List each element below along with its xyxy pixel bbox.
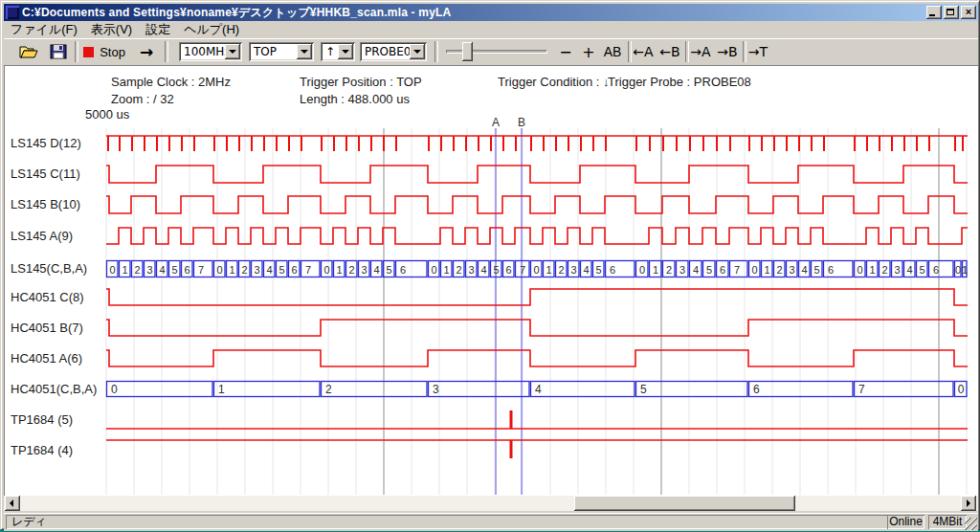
- stop-icon: [83, 47, 94, 57]
- app-icon[interactable]: [6, 6, 19, 19]
- goto-t-label: →T: [748, 44, 768, 59]
- trigger-condition-info: Trigger Condition : ↓: [498, 75, 610, 89]
- menu-bar: ファイル(F)表示(V)設定ヘルプ(H): [4, 21, 978, 38]
- save-button[interactable]: [46, 41, 71, 62]
- zoom-slider-handle[interactable]: [462, 42, 473, 61]
- scrollbar-thumb[interactable]: [574, 496, 795, 511]
- menu-item[interactable]: ファイル(F): [4, 20, 84, 39]
- zoom-ab-button[interactable]: AB: [601, 41, 624, 62]
- menu-item[interactable]: 表示(V): [84, 20, 139, 39]
- trigger-probe-info: Trigger Probe : PROBE08: [608, 75, 751, 89]
- set-marker-b-button[interactable]: →B: [716, 41, 739, 62]
- chevron-down-icon: [342, 50, 349, 54]
- resize-grip[interactable]: [965, 518, 977, 530]
- status-bar: レディ Online 4MBit: [4, 513, 978, 531]
- channel-label: LS145 A(9): [11, 229, 104, 244]
- trigger-position-value: TOP: [254, 45, 277, 58]
- channel-label: LS145(C,B,A): [11, 261, 104, 277]
- time-scale-label: 5000 us: [85, 107, 129, 122]
- maximize-icon: [947, 9, 954, 15]
- toolbar-separator: [434, 41, 438, 62]
- trigger-position-combo[interactable]: TOP: [249, 42, 314, 61]
- goto-trigger-button[interactable]: →T: [746, 41, 769, 62]
- zoom-out-button[interactable]: −: [557, 41, 574, 62]
- toolbar: Stop → 100MHz TOP ↑ PROBE00 − + AB ←A ←: [4, 38, 978, 65]
- channel-label: HC4051 A(6): [11, 351, 104, 366]
- minimize-button[interactable]: [926, 6, 942, 19]
- menu-item[interactable]: 設定: [139, 20, 177, 39]
- memory-size-badge: 4MBit: [928, 515, 967, 529]
- clock-combo-dropdown[interactable]: [225, 44, 240, 59]
- channel-label: LS145 D(12): [11, 136, 104, 151]
- chevron-down-icon: [301, 50, 308, 54]
- ab-label: AB: [604, 44, 622, 59]
- set-b-label: →B: [717, 44, 737, 59]
- channel-label: LS145 B(10): [11, 197, 104, 212]
- sample-clock-combo[interactable]: 100MHz: [179, 42, 242, 61]
- horizontal-scrollbar[interactable]: [4, 496, 978, 511]
- triangle-left-icon: [10, 499, 13, 507]
- waveform-client-area: [4, 65, 978, 496]
- zoom-in-button[interactable]: +: [580, 41, 597, 62]
- zoom-info: Zoom : / 32: [111, 92, 174, 106]
- channel-label: TP1684 (4): [11, 443, 104, 458]
- chevron-down-icon: [229, 50, 236, 54]
- chevron-down-icon: [413, 50, 421, 54]
- channel-label: HC4051 C(8): [11, 290, 104, 305]
- open-folder-icon: [19, 44, 38, 59]
- goto-marker-a-button[interactable]: ←A: [632, 41, 655, 62]
- sample-clock-value: 100MHz: [184, 45, 231, 58]
- trigger-probe-combo[interactable]: PROBE00: [360, 42, 427, 61]
- position-combo-dropdown[interactable]: [297, 44, 312, 59]
- channel-label: LS145 C(11): [11, 166, 104, 182]
- trigger-edge-combo[interactable]: ↑: [321, 42, 355, 61]
- floppy-disk-icon: [50, 44, 67, 59]
- set-marker-a-button[interactable]: →A: [689, 41, 712, 62]
- zoom-slider-track[interactable]: [446, 50, 547, 54]
- trigger-edge-value: ↑: [325, 45, 335, 58]
- close-button[interactable]: ×: [961, 6, 976, 19]
- probe-combo-dropdown[interactable]: [410, 44, 425, 59]
- window-title: C:¥Documents and Settings¥noname¥デスクトップ¥…: [22, 5, 451, 21]
- toolbar-separator: [165, 41, 168, 62]
- online-status-badge: Online: [887, 515, 924, 529]
- trigger-position-info: Trigger Position : TOP: [300, 75, 422, 89]
- goto-marker-b-button[interactable]: ←B: [658, 41, 681, 62]
- scroll-right-button[interactable]: [961, 496, 976, 511]
- stop-button[interactable]: Stop: [80, 41, 128, 62]
- minimize-icon: [929, 14, 935, 16]
- close-icon: ×: [966, 6, 971, 17]
- open-file-button[interactable]: [15, 41, 42, 62]
- sample-clock-info: Sample Clock : 2MHz: [111, 75, 231, 89]
- toolbar-separator: [75, 41, 78, 62]
- scroll-left-button[interactable]: [5, 496, 20, 511]
- title-bar[interactable]: C:¥Documents and Settings¥noname¥デスクトップ¥…: [4, 4, 978, 21]
- maximize-button[interactable]: [944, 6, 959, 19]
- status-message: レディ: [6, 515, 888, 529]
- channel-label: HC4051(C,B,A): [11, 382, 104, 397]
- plus-icon: +: [582, 43, 594, 61]
- edge-combo-dropdown[interactable]: [338, 44, 353, 59]
- stop-label: Stop: [100, 45, 125, 59]
- channel-label: HC4051 B(7): [11, 321, 104, 336]
- run-arrow-icon: →: [140, 42, 153, 61]
- app-window: C:¥Documents and Settings¥noname¥デスクトップ¥…: [0, 0, 980, 530]
- triangle-right-icon: [967, 499, 970, 507]
- set-a-label: →A: [690, 44, 710, 59]
- minus-icon: −: [559, 43, 571, 61]
- length-info: Length : 488.000 us: [300, 92, 410, 106]
- menu-item[interactable]: ヘルプ(H): [177, 20, 246, 39]
- run-button[interactable]: →: [134, 41, 159, 62]
- goto-a-label: ←A: [633, 44, 653, 59]
- goto-b-label: ←B: [659, 44, 679, 59]
- channel-label: TP1684 (5): [11, 412, 104, 428]
